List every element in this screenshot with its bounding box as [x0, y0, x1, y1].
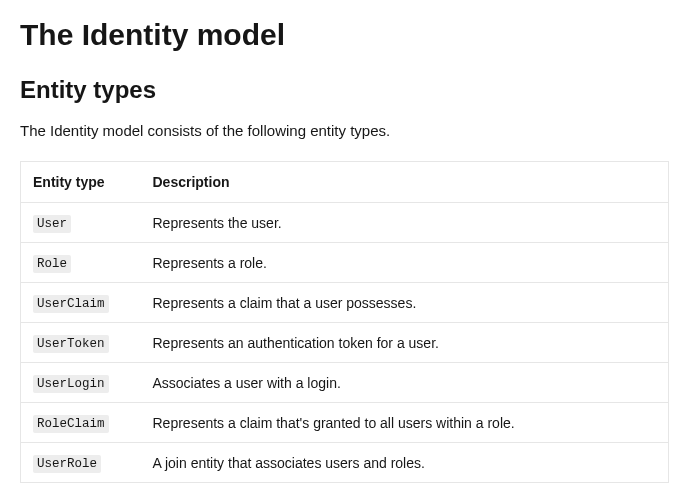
table-header-row: Entity type Description — [21, 162, 669, 203]
table-row: UserRole A join entity that associates u… — [21, 443, 669, 483]
table-row: UserLogin Associates a user with a login… — [21, 363, 669, 403]
description-cell: A join entity that associates users and … — [141, 443, 669, 483]
entity-type-cell: UserToken — [21, 323, 141, 363]
table-row: User Represents the user. — [21, 203, 669, 243]
table-row: Role Represents a role. — [21, 243, 669, 283]
table-row: UserClaim Represents a claim that a user… — [21, 283, 669, 323]
table-row: UserToken Represents an authentication t… — [21, 323, 669, 363]
entity-type-cell: User — [21, 203, 141, 243]
intro-paragraph: The Identity model consists of the follo… — [20, 122, 669, 139]
description-cell: Represents an authentication token for a… — [141, 323, 669, 363]
entity-code: UserLogin — [33, 375, 109, 393]
entity-type-cell: RoleClaim — [21, 403, 141, 443]
entity-type-cell: Role — [21, 243, 141, 283]
entity-code: Role — [33, 255, 71, 273]
entity-type-cell: UserClaim — [21, 283, 141, 323]
header-description: Description — [141, 162, 669, 203]
header-entity-type: Entity type — [21, 162, 141, 203]
description-cell: Represents a claim that's granted to all… — [141, 403, 669, 443]
description-cell: Represents a role. — [141, 243, 669, 283]
description-cell: Represents a claim that a user possesses… — [141, 283, 669, 323]
entity-code: UserToken — [33, 335, 109, 353]
table-row: RoleClaim Represents a claim that's gran… — [21, 403, 669, 443]
entity-code: UserRole — [33, 455, 101, 473]
description-cell: Associates a user with a login. — [141, 363, 669, 403]
entity-type-cell: UserRole — [21, 443, 141, 483]
entity-code: User — [33, 215, 71, 233]
entity-type-cell: UserLogin — [21, 363, 141, 403]
description-cell: Represents the user. — [141, 203, 669, 243]
entity-code: RoleClaim — [33, 415, 109, 433]
section-heading: Entity types — [20, 76, 669, 104]
page-title: The Identity model — [20, 18, 669, 52]
entity-code: UserClaim — [33, 295, 109, 313]
entity-types-table: Entity type Description User Represents … — [20, 161, 669, 483]
